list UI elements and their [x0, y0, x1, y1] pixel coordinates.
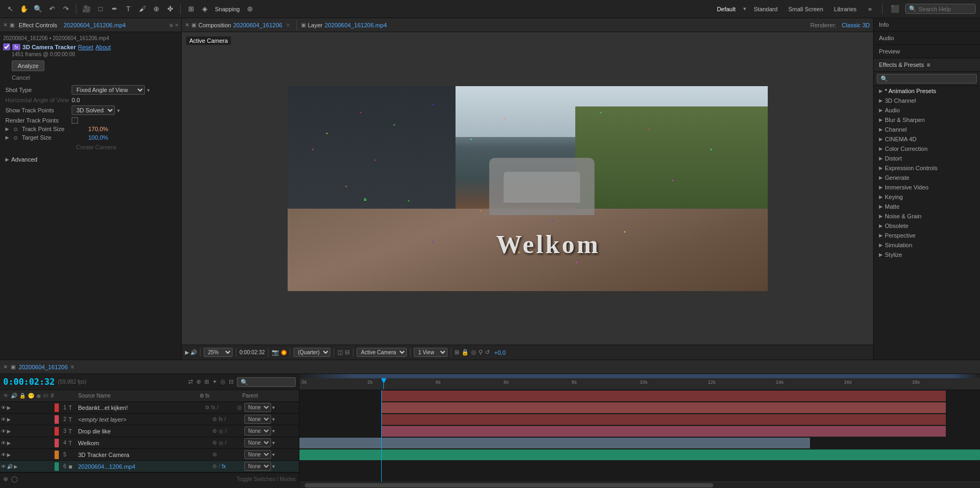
- layer-2-fx[interactable]: fx: [219, 416, 223, 422]
- effect-audio[interactable]: ▶ Audio: [874, 105, 980, 115]
- layer-3-parent-select[interactable]: None: [244, 426, 271, 436]
- layer-3-edit[interactable]: /: [225, 428, 227, 434]
- layer-4-edit[interactable]: /: [225, 440, 227, 446]
- renderer-value[interactable]: Classic 3D: [842, 22, 870, 28]
- search-input[interactable]: [919, 6, 972, 12]
- puppet-tool-icon[interactable]: ✤: [164, 3, 176, 15]
- clone-tool-icon[interactable]: ⊕: [150, 3, 162, 15]
- effect-animation-presets[interactable]: ▶ * Animation Presets: [874, 86, 980, 96]
- layer-6-eye[interactable]: 👁: [1, 464, 6, 469]
- layer-5-name[interactable]: 3D Tracker Camera: [76, 452, 212, 458]
- selection-tool-icon[interactable]: ↖: [4, 3, 16, 15]
- effect-color-correction[interactable]: ▶ Color Correction: [874, 144, 980, 154]
- close-button[interactable]: ✕: [3, 22, 7, 28]
- effect-obsolete[interactable]: ▶ Obsolete: [874, 221, 980, 231]
- tl-icon-5[interactable]: ◎: [220, 378, 226, 385]
- camera-tool-icon[interactable]: 🎥: [81, 3, 92, 15]
- effect-keying[interactable]: ▶ Keying: [874, 192, 980, 202]
- tl-icon-2[interactable]: ⊕: [196, 378, 201, 385]
- refresh-icon[interactable]: ↺: [485, 349, 490, 356]
- snap-icon[interactable]: ◈: [199, 3, 211, 15]
- fx-enabled-checkbox[interactable]: [3, 43, 10, 50]
- motion-sketch-icon[interactable]: ⊛: [244, 3, 256, 15]
- search-box[interactable]: 🔍: [905, 4, 976, 14]
- align-icon[interactable]: ⊞: [185, 3, 197, 15]
- effect-noise-grain[interactable]: ▶ Noise & Grain: [874, 211, 980, 221]
- layer-2-name[interactable]: <empty text layer>: [76, 416, 212, 423]
- tl-scrollbar[interactable]: [299, 482, 980, 488]
- layer-6-switch[interactable]: ⚙: [212, 463, 217, 469]
- effects-presets-menu-icon[interactable]: ≡: [927, 62, 975, 68]
- tl-icon-4[interactable]: ✦: [212, 378, 217, 385]
- layer-2-eye[interactable]: 👁: [1, 417, 6, 422]
- undo-icon[interactable]: ↶: [46, 3, 58, 15]
- comp-tab-menu[interactable]: ≡: [287, 22, 290, 28]
- layer-5-expand[interactable]: ▶: [7, 452, 11, 458]
- panel-menu-icon[interactable]: ≡: [169, 22, 173, 28]
- track-point-size-expand[interactable]: ▶: [5, 126, 9, 132]
- layer-6-parent-select[interactable]: None: [244, 462, 271, 471]
- tl-search-input[interactable]: [237, 377, 296, 387]
- layer-1-switch[interactable]: ⚙: [205, 405, 210, 410]
- panel-expand-icon[interactable]: »: [175, 22, 178, 28]
- effect-matte[interactable]: ▶ Matte: [874, 202, 980, 211]
- layer-1-parent-select[interactable]: None: [244, 403, 271, 412]
- grid-icon[interactable]: ⊞: [454, 349, 459, 356]
- zoom-tool-icon[interactable]: 🔍: [32, 3, 44, 15]
- analyze-button[interactable]: Analyze: [12, 60, 44, 71]
- camera-view-select[interactable]: Active Camera Front Top: [357, 348, 407, 357]
- screen-icon[interactable]: ⬛: [889, 3, 901, 15]
- layer-4-parent-select[interactable]: None: [244, 438, 271, 447]
- text-tool-icon[interactable]: T: [122, 3, 134, 15]
- track-point-size-value[interactable]: 170,0%: [88, 126, 108, 132]
- layer-1-edit[interactable]: /: [217, 405, 219, 410]
- layer-6-name[interactable]: 20200604...1206.mp4: [76, 463, 212, 470]
- timecode-display[interactable]: 0:00:02:32: [240, 349, 265, 355]
- workspace-small-screen[interactable]: Small Screen: [785, 5, 826, 13]
- info-tab[interactable]: Info: [874, 18, 980, 32]
- layer-2-switch[interactable]: ⚙: [212, 416, 217, 422]
- tl-icon-6[interactable]: ⊟: [229, 378, 234, 385]
- layer-4-expand[interactable]: ▶: [7, 440, 11, 446]
- views-select[interactable]: 1 View 2 Views 4 Views: [414, 348, 447, 357]
- effects-search-input[interactable]: [877, 74, 977, 83]
- layer-5-eye[interactable]: 👁: [1, 452, 6, 458]
- layer-1-eye[interactable]: 👁: [1, 405, 6, 410]
- shape-tool-icon[interactable]: □: [95, 3, 106, 15]
- viewer-audio-icon[interactable]: 🔊: [190, 349, 197, 355]
- about-link[interactable]: About: [95, 44, 111, 50]
- brush-tool-icon[interactable]: 🖌: [136, 3, 148, 15]
- workspace-standard[interactable]: Standard: [751, 5, 781, 13]
- effect-perspective[interactable]: ▶ Perspective: [874, 231, 980, 240]
- layer-6-fx-label[interactable]: fx: [222, 463, 226, 469]
- effect-channel[interactable]: ▶ Channel: [874, 125, 980, 134]
- timeline-menu-icon[interactable]: ≡: [71, 364, 74, 370]
- create-camera-button[interactable]: Create Camera: [76, 144, 116, 150]
- layer-3-expand[interactable]: ▶: [7, 429, 11, 434]
- effect-blur-sharpen[interactable]: ▶ Blur & Sharpen: [874, 115, 980, 125]
- layer-6-expand[interactable]: ▶: [14, 464, 18, 469]
- timeline-close-icon[interactable]: ✕: [3, 364, 7, 370]
- workspace-default-menu[interactable]: ▾: [743, 5, 746, 12]
- layer-3-switch[interactable]: ⚙: [212, 428, 217, 434]
- workspace-default[interactable]: Default: [714, 5, 739, 13]
- layer-5-bar[interactable]: [299, 438, 810, 448]
- zoom-select[interactable]: 25% 50% 100%: [204, 348, 233, 357]
- layer-1-bar[interactable]: [381, 391, 946, 401]
- cancel-button[interactable]: Cancel: [12, 74, 30, 81]
- view-icon-1[interactable]: ◫: [337, 349, 343, 356]
- layer-5-parent-select[interactable]: None: [244, 450, 271, 459]
- layer-6-bar[interactable]: [299, 449, 980, 460]
- layer-2-bar[interactable]: [381, 402, 946, 413]
- effect-generate[interactable]: ▶ Generate: [874, 173, 980, 182]
- 3d-icon[interactable]: ⚲: [479, 349, 483, 356]
- layer-2-expand[interactable]: ▶: [7, 417, 11, 422]
- effect-stylize[interactable]: ▶ Stylize: [874, 250, 980, 260]
- effect-immersive-video[interactable]: ▶ Immersive Video: [874, 182, 980, 192]
- layer-3-eye[interactable]: 👁: [1, 429, 6, 434]
- viewer-playback-icon[interactable]: ▶: [185, 349, 189, 355]
- layer-6-audio[interactable]: 🔊: [7, 464, 13, 469]
- layer-4-bar[interactable]: [381, 426, 946, 437]
- quality-select[interactable]: (Quarter) (Half) (Full): [294, 348, 330, 357]
- layer-2-edit[interactable]: /: [225, 416, 226, 422]
